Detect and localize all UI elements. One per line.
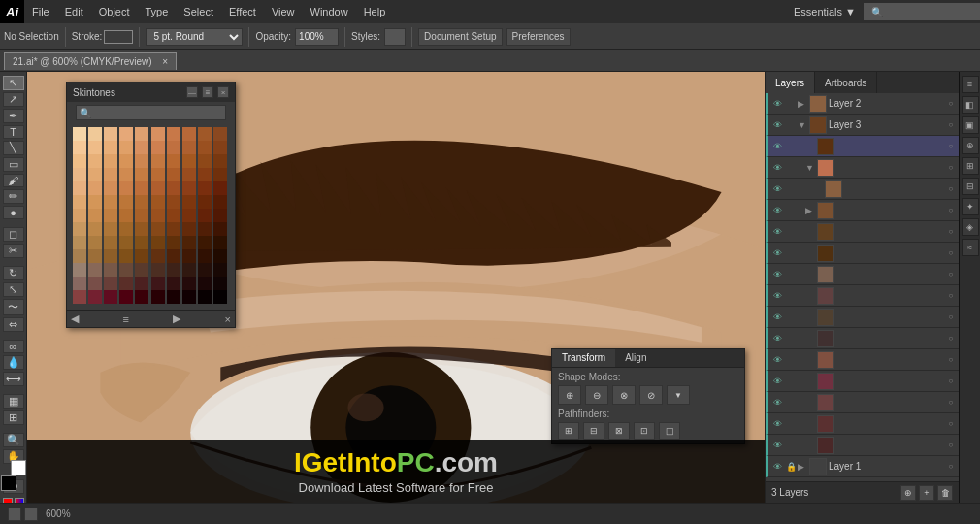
- color-swatch[interactable]: [73, 154, 86, 168]
- color-swatch[interactable]: [198, 236, 212, 249]
- layer-target-icon[interactable]: ○: [945, 120, 957, 129]
- color-swatch[interactable]: [119, 209, 133, 222]
- far-right-btn-2[interactable]: ◧: [962, 96, 979, 114]
- document-tab-close[interactable]: ×: [162, 56, 168, 67]
- color-swatch[interactable]: [182, 263, 196, 277]
- color-swatch[interactable]: [182, 249, 196, 263]
- color-swatch[interactable]: [119, 290, 133, 304]
- color-swatch[interactable]: [119, 222, 133, 236]
- layer-expand-icon[interactable]: ▶: [798, 99, 807, 109]
- color-swatch[interactable]: [104, 290, 117, 304]
- layer-item[interactable]: 👁 ○: [766, 392, 959, 413]
- layer-target-icon[interactable]: ○: [945, 142, 957, 150]
- layers-new-layer-button[interactable]: +: [919, 485, 934, 501]
- color-swatch[interactable]: [198, 290, 212, 304]
- layer-item[interactable]: 👁 ○: [766, 349, 959, 371]
- color-swatch[interactable]: [182, 127, 196, 141]
- color-swatch[interactable]: [135, 181, 148, 195]
- layer-visibility-icon[interactable]: 👁: [770, 312, 784, 322]
- pathfinder-crop[interactable]: ⊠: [608, 422, 630, 440]
- color-swatch[interactable]: [182, 290, 196, 304]
- tool-scale[interactable]: ⤡: [3, 282, 24, 297]
- color-swatch[interactable]: [88, 222, 102, 236]
- layer-item[interactable]: 👁 ○: [766, 243, 959, 264]
- layer-visibility-icon[interactable]: 👁: [770, 184, 784, 194]
- menu-type[interactable]: Type: [138, 0, 177, 23]
- color-swatch[interactable]: [104, 263, 117, 277]
- color-swatch[interactable]: [167, 290, 180, 304]
- layer-item[interactable]: 👁 ○: [766, 264, 959, 285]
- far-right-btn-5[interactable]: ⊞: [962, 157, 979, 175]
- layer-expand-icon[interactable]: ▶: [805, 206, 815, 215]
- far-right-btn-7[interactable]: ✦: [962, 198, 979, 215]
- color-swatch[interactable]: [104, 277, 117, 290]
- layer-target-icon[interactable]: ○: [945, 163, 957, 172]
- workspace-selector[interactable]: Essentials ▼: [786, 0, 864, 23]
- document-tab[interactable]: 21.ai* @ 600% (CMYK/Preview) ×: [4, 52, 177, 70]
- layer-visibility-icon[interactable]: 👁: [770, 334, 784, 344]
- color-swatch[interactable]: [119, 168, 133, 181]
- layer-target-icon[interactable]: ○: [945, 99, 957, 108]
- color-swatch[interactable]: [119, 141, 133, 154]
- layer-item[interactable]: 👁 ▼ ○: [766, 157, 959, 179]
- layer-visibility-icon[interactable]: 👁: [770, 163, 784, 173]
- status-icon-2[interactable]: [24, 508, 38, 521]
- tool-pencil[interactable]: ✏: [3, 189, 24, 204]
- tool-width[interactable]: ⇔: [3, 317, 24, 332]
- color-swatch[interactable]: [151, 263, 165, 277]
- color-swatch[interactable]: [213, 277, 227, 290]
- far-right-btn-1[interactable]: ≡: [962, 76, 979, 93]
- color-swatch[interactable]: [182, 222, 196, 236]
- layer-visibility-icon[interactable]: 👁: [770, 355, 784, 365]
- layer-visibility-icon[interactable]: 👁: [770, 120, 784, 130]
- panel-menu-button[interactable]: ≡: [202, 86, 213, 98]
- prev-page-button[interactable]: ◀: [71, 312, 79, 325]
- menu-help[interactable]: Help: [356, 0, 394, 23]
- layer-visibility-icon[interactable]: 👁: [770, 270, 784, 279]
- foreground-color[interactable]: [1, 475, 16, 491]
- color-swatch[interactable]: [104, 168, 117, 181]
- layer-visibility-icon[interactable]: 👁: [770, 206, 784, 215]
- color-swatch[interactable]: [213, 249, 227, 263]
- color-swatch[interactable]: [213, 181, 227, 195]
- color-swatch[interactable]: [135, 263, 148, 277]
- color-swatch[interactable]: [73, 263, 86, 277]
- color-swatch[interactable]: [182, 154, 196, 168]
- color-swatch[interactable]: [135, 290, 148, 304]
- tool-scissors[interactable]: ✂: [3, 244, 24, 258]
- color-swatch[interactable]: [151, 277, 165, 290]
- color-swatch[interactable]: [135, 154, 148, 168]
- styles-box[interactable]: [384, 28, 406, 46]
- color-swatch[interactable]: [88, 290, 102, 304]
- color-swatch[interactable]: [167, 249, 180, 263]
- color-swatch[interactable]: [88, 277, 102, 290]
- color-swatch[interactable]: [119, 181, 133, 195]
- color-swatch[interactable]: [182, 195, 196, 209]
- color-swatch[interactable]: [88, 141, 102, 154]
- color-swatch[interactable]: [73, 249, 86, 263]
- layer-item[interactable]: 👁 ○: [766, 221, 959, 243]
- color-swatch[interactable]: [167, 222, 180, 236]
- tool-mesh[interactable]: ⊞: [3, 410, 24, 425]
- layer-target-icon[interactable]: ○: [945, 462, 957, 471]
- stroke-box[interactable]: [104, 30, 133, 44]
- color-swatch[interactable]: [119, 154, 133, 168]
- color-swatch[interactable]: [213, 236, 227, 249]
- layer-visibility-icon[interactable]: 👁: [770, 291, 784, 301]
- color-swatch[interactable]: [73, 222, 86, 236]
- color-swatch[interactable]: [73, 236, 86, 249]
- color-swatch[interactable]: [135, 236, 148, 249]
- shape-mode-exclude[interactable]: ⊘: [639, 385, 663, 405]
- layer-expand-icon[interactable]: ▼: [798, 120, 807, 130]
- color-swatch[interactable]: [88, 209, 102, 222]
- tool-rectangle[interactable]: ▭: [3, 157, 24, 172]
- shape-mode-add[interactable]: ⊕: [558, 385, 581, 405]
- color-swatch[interactable]: [119, 236, 133, 249]
- far-right-btn-8[interactable]: ◈: [962, 218, 979, 236]
- tool-rotate[interactable]: ↻: [3, 266, 24, 280]
- color-swatch[interactable]: [88, 263, 102, 277]
- color-swatch[interactable]: [182, 141, 196, 154]
- color-swatch[interactable]: [167, 154, 180, 168]
- layer-visibility-icon[interactable]: 👁: [770, 462, 784, 472]
- tab-layers[interactable]: Layers: [766, 72, 815, 93]
